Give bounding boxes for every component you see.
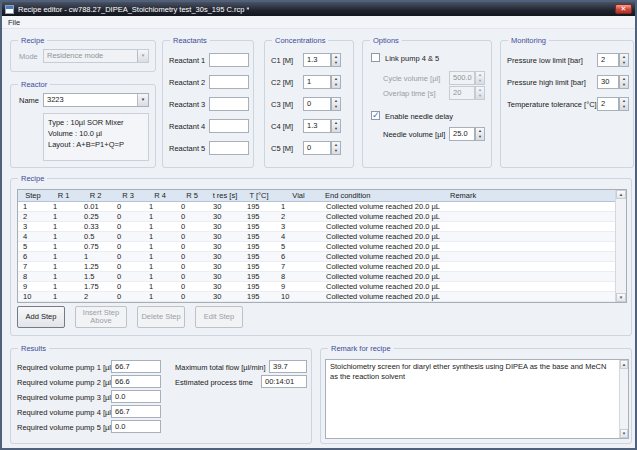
- spinner-down-icon[interactable]: ▼: [332, 60, 340, 66]
- col-temp[interactable]: T [°C]: [242, 190, 276, 201]
- needle-volume-spinner[interactable]: ▲▼: [475, 127, 485, 141]
- spinner-down-icon[interactable]: ▼: [332, 126, 340, 132]
- c2-spinner[interactable]: ▲▼: [331, 75, 341, 89]
- c3-spinner[interactable]: ▲▼: [331, 97, 341, 111]
- table-cell: 195: [242, 232, 276, 241]
- options-group: Options Link pump 4 & 5 Cycle volume [µl…: [362, 40, 492, 168]
- scroll-down-icon[interactable]: ▼: [616, 293, 626, 302]
- reactor-name-value: 3223: [47, 94, 136, 106]
- spinner-down-icon[interactable]: ▼: [476, 134, 484, 140]
- table-cell: 0: [176, 252, 208, 261]
- pressure-low-spinner[interactable]: ▲▼: [619, 53, 629, 67]
- table-row[interactable]: 911.75010301959Collected volume reached …: [18, 282, 626, 292]
- link-pump-checkbox[interactable]: [371, 53, 380, 62]
- table-cell: 195: [242, 222, 276, 231]
- c3-input[interactable]: 0: [303, 97, 331, 111]
- table-cell: 5: [276, 242, 321, 251]
- table-row[interactable]: 110.01010301951Collected volume reached …: [18, 202, 626, 212]
- reactant-2-input[interactable]: [209, 75, 249, 89]
- spinner-down-icon[interactable]: ▼: [620, 60, 628, 66]
- c1-spinner[interactable]: ▲▼: [331, 53, 341, 67]
- table-cell: 0: [176, 232, 208, 241]
- needle-volume-input[interactable]: 25.0: [449, 127, 475, 141]
- table-row[interactable]: 10120103019510Collected volume reached 2…: [18, 292, 626, 302]
- col-vial[interactable]: Vial: [276, 190, 321, 201]
- c4-spinner[interactable]: ▲▼: [331, 119, 341, 133]
- table-cell: 8: [18, 272, 48, 281]
- scroll-up-icon[interactable]: ▲: [620, 360, 628, 369]
- pressure-high-label: Pressure high limit [bar]: [507, 78, 586, 87]
- add-step-button[interactable]: Add Step: [17, 306, 65, 328]
- reactor-dropdown-arrow-icon[interactable]: [137, 94, 148, 106]
- col-remark[interactable]: Remark: [446, 190, 626, 201]
- insert-step-above-button: Insert Step Above: [75, 306, 127, 328]
- recipe-editor-window: Recipe editor - cw788.27_DIPEA_Stoichiom…: [0, 0, 637, 450]
- pump3-value: 0.0: [111, 390, 161, 403]
- col-r2[interactable]: R 2: [79, 190, 112, 201]
- remark-textarea[interactable]: Stoichiometry screen for diaryl ether sy…: [325, 359, 629, 439]
- spinner-down-icon[interactable]: ▼: [332, 148, 340, 154]
- pressure-low-input[interactable]: 2: [597, 53, 619, 67]
- reactor-name-dropdown[interactable]: 3223: [43, 93, 149, 107]
- edit-step-button: Edit Step: [195, 306, 243, 328]
- table-row[interactable]: 811.5010301958Collected volume reached 2…: [18, 272, 626, 282]
- needle-delay-checkbox[interactable]: [371, 111, 380, 120]
- table-cell: 0: [112, 232, 144, 241]
- reactant-4-input[interactable]: [209, 119, 249, 133]
- table-cell: 0: [112, 272, 144, 281]
- col-end-condition[interactable]: End condition: [321, 190, 446, 201]
- scroll-up-icon[interactable]: ▲: [616, 190, 626, 199]
- table-cell: 195: [242, 282, 276, 291]
- col-r3[interactable]: R 3: [112, 190, 144, 201]
- recipe-table-group-title: Recipe: [18, 174, 47, 183]
- remark-scrollbar[interactable]: ▲ ▼: [619, 360, 628, 438]
- reactant-1-input[interactable]: [209, 53, 249, 67]
- col-tres[interactable]: t res [s]: [208, 190, 242, 201]
- spinner-down-icon[interactable]: ▼: [332, 82, 340, 88]
- app-icon: [5, 5, 14, 14]
- concentrations-group-title: Concentrations: [272, 36, 328, 45]
- table-cell: 0: [112, 242, 144, 251]
- col-r1[interactable]: R 1: [48, 190, 79, 201]
- table-row[interactable]: 611010301956Collected volume reached 20.…: [18, 252, 626, 262]
- spinner-down-icon[interactable]: ▼: [332, 104, 340, 110]
- scroll-down-icon[interactable]: ▼: [620, 429, 628, 438]
- remark-group-title: Remark for recipe: [328, 344, 394, 353]
- table-scrollbar[interactable]: ▲ ▼: [615, 190, 626, 302]
- table-row[interactable]: 310.33010301953Collected volume reached …: [18, 222, 626, 232]
- reactant-5-input[interactable]: [209, 141, 249, 155]
- c2-label: C2 [M]: [271, 78, 293, 87]
- recipe-table-body: 110.01010301951Collected volume reached …: [18, 202, 626, 302]
- col-step[interactable]: Step: [18, 190, 48, 201]
- pressure-low-label: Pressure low limit [bar]: [507, 56, 583, 65]
- col-r4[interactable]: R 4: [144, 190, 176, 201]
- table-cell: 1: [48, 242, 79, 251]
- mode-dropdown-value: Residence mode: [47, 50, 136, 62]
- spinner-down-icon[interactable]: ▼: [620, 104, 628, 110]
- c4-input[interactable]: 1.3: [303, 119, 331, 133]
- process-time-label: Estimated process time: [175, 378, 253, 387]
- reactant-3-input[interactable]: [209, 97, 249, 111]
- pressure-high-input[interactable]: 30: [597, 75, 619, 89]
- temperature-tolerance-spinner[interactable]: ▲▼: [619, 97, 629, 111]
- temperature-tolerance-input[interactable]: 2: [597, 97, 619, 111]
- table-row[interactable]: 410.5010301954Collected volume reached 2…: [18, 232, 626, 242]
- col-r5[interactable]: R 5: [176, 190, 208, 201]
- recipe-table-header: Step R 1 R 2 R 3 R 4 R 5 t res [s] T [°C…: [18, 190, 626, 202]
- table-cell: 3: [18, 222, 48, 231]
- c5-spinner[interactable]: ▲▼: [331, 141, 341, 155]
- table-cell: 1: [144, 262, 176, 271]
- close-button[interactable]: [615, 4, 632, 14]
- table-row[interactable]: 510.75010301955Collected volume reached …: [18, 242, 626, 252]
- c5-input[interactable]: 0: [303, 141, 331, 155]
- table-cell: 0.01: [79, 202, 112, 211]
- pump2-value: 66.6: [111, 375, 161, 388]
- pressure-high-spinner[interactable]: ▲▼: [619, 75, 629, 89]
- menu-file[interactable]: File: [2, 18, 26, 27]
- table-row[interactable]: 711.25010301957Collected volume reached …: [18, 262, 626, 272]
- spinner-down-icon[interactable]: ▼: [620, 82, 628, 88]
- table-row[interactable]: 210.25010301952Collected volume reached …: [18, 212, 626, 222]
- c1-input[interactable]: 1.3: [303, 53, 331, 67]
- c2-input[interactable]: 1: [303, 75, 331, 89]
- reactor-group-title: Reactor: [18, 80, 50, 89]
